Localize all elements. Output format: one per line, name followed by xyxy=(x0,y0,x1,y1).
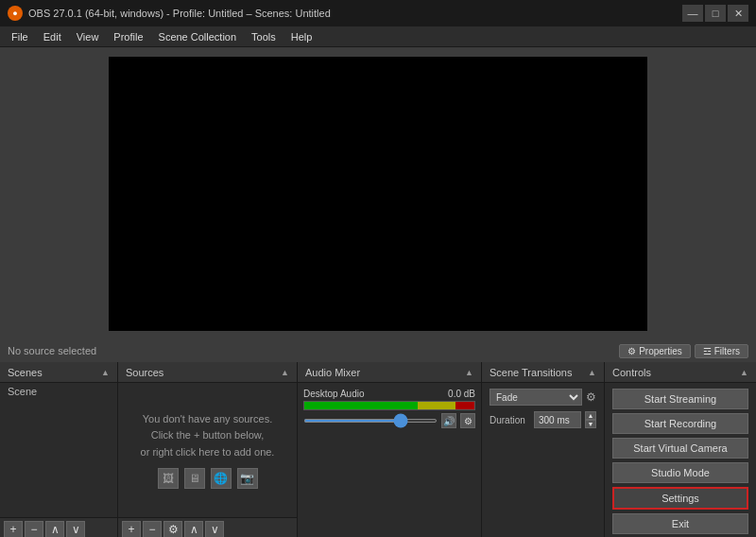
sources-panel-content[interactable]: You don't have any sources.Click the + b… xyxy=(118,383,297,517)
audio-track-label: Desktop Audio xyxy=(303,389,365,399)
bottom-section: Scenes ▲ Scene + − ∧ ∨ Sources ▲ xyxy=(0,362,756,537)
menu-tools[interactable]: Tools xyxy=(244,26,284,46)
meter-yellow xyxy=(418,402,455,409)
app-icon: ● xyxy=(8,6,23,21)
audio-mixer-content: Desktop Audio 0.0 dB 🔊 xyxy=(298,383,481,537)
scenes-panel: Scenes ▲ Scene + − ∧ ∨ xyxy=(0,362,118,537)
scene-transitions-label: Scene Transitions xyxy=(490,367,572,378)
controls-header-label: Controls xyxy=(612,367,651,378)
filters-icon: ☲ xyxy=(703,346,712,356)
menu-profile[interactable]: Profile xyxy=(106,26,150,46)
source-type-icons: 🖼 🖥 🌐 📷 xyxy=(158,468,258,489)
sources-settings-button[interactable]: ⚙ xyxy=(163,521,182,538)
exit-button[interactable]: Exit xyxy=(612,513,748,534)
audio-meter-bg xyxy=(304,402,474,409)
scene-transitions-content: Fade Cut Swipe ⚙ Duration ▲ ▼ xyxy=(482,383,604,537)
scenes-down-button[interactable]: ∨ xyxy=(66,521,85,538)
menu-file[interactable]: File xyxy=(4,26,36,46)
transition-type-select[interactable]: Fade Cut Swipe xyxy=(490,389,582,406)
audio-expand-icon: ▲ xyxy=(465,368,473,377)
preview-area xyxy=(0,47,756,339)
studio-mode-button[interactable]: Studio Mode xyxy=(612,462,748,483)
scenes-up-button[interactable]: ∧ xyxy=(45,521,64,538)
audio-meter xyxy=(303,401,475,410)
menu-scene-collection[interactable]: Scene Collection xyxy=(151,26,245,46)
transitions-expand-icon: ▲ xyxy=(588,368,596,377)
transition-type-row: Fade Cut Swipe ⚙ xyxy=(490,389,596,406)
audio-controls: 🔊 ⚙ xyxy=(303,413,475,428)
audio-mute-button[interactable]: 🔊 xyxy=(441,413,456,428)
transition-duration-row: Duration ▲ ▼ xyxy=(490,411,596,428)
menu-help[interactable]: Help xyxy=(284,26,320,46)
window-controls[interactable]: — □ ✕ xyxy=(682,5,748,22)
audio-mixer-label: Audio Mixer xyxy=(305,367,360,378)
sources-panel: Sources ▲ You don't have any sources.Cli… xyxy=(118,362,298,537)
source-icon-image: 🖼 xyxy=(158,468,179,489)
audio-track: Desktop Audio 0.0 dB 🔊 xyxy=(303,389,475,428)
scenes-toolbar: + − ∧ ∨ xyxy=(0,517,117,537)
audio-volume-slider[interactable] xyxy=(303,419,438,423)
scenes-add-button[interactable]: + xyxy=(4,521,23,538)
menu-edit[interactable]: Edit xyxy=(36,26,69,46)
source-icon-display: 🖥 xyxy=(184,468,205,489)
titlebar-left: ● OBS 27.0.1 (64-bit, windows) - Profile… xyxy=(8,6,331,21)
main-area: No source selected ⚙ Properties ☲ Filter… xyxy=(0,47,756,537)
controls-panel: Controls ▲ Start Streaming Start Recordi… xyxy=(605,362,756,537)
audio-mixer-panel: Audio Mixer ▲ Desktop Audio 0.0 dB xyxy=(298,362,482,537)
start-streaming-button[interactable]: Start Streaming xyxy=(612,389,748,409)
duration-label: Duration xyxy=(490,415,530,425)
menu-view[interactable]: View xyxy=(69,26,107,46)
scene-transitions-panel: Scene Transitions ▲ Fade Cut Swipe ⚙ Dur… xyxy=(482,362,605,537)
source-icon-browser: 🌐 xyxy=(211,468,232,489)
scene-transitions-header: Scene Transitions ▲ xyxy=(482,362,604,383)
no-source-label: No source selected xyxy=(8,345,96,356)
meter-red xyxy=(455,402,474,409)
filters-label: Filters xyxy=(714,346,740,356)
audio-settings-button[interactable]: ⚙ xyxy=(460,413,475,428)
meter-green xyxy=(304,402,418,409)
scenes-remove-button[interactable]: − xyxy=(25,521,43,538)
duration-up-button[interactable]: ▲ xyxy=(585,411,596,420)
preview-canvas xyxy=(109,57,647,331)
scenes-panel-header: Scenes ▲ xyxy=(0,362,117,383)
controls-panel-content: Start Streaming Start Recording Start Vi… xyxy=(605,383,756,537)
sources-empty-text: You don't have any sources.Click the + b… xyxy=(141,411,275,461)
filter-buttons: ⚙ Properties ☲ Filters xyxy=(619,344,748,358)
titlebar-title: OBS 27.0.1 (64-bit, windows) - Profile: … xyxy=(28,8,331,19)
properties-label: Properties xyxy=(639,346,682,356)
duration-spinner: ▲ ▼ xyxy=(585,411,596,428)
duration-down-button[interactable]: ▼ xyxy=(585,420,596,428)
start-virtual-camera-button[interactable]: Start Virtual Camera xyxy=(612,438,748,459)
titlebar: ● OBS 27.0.1 (64-bit, windows) - Profile… xyxy=(0,0,756,26)
sources-add-button[interactable]: + xyxy=(122,521,141,538)
close-button[interactable]: ✕ xyxy=(728,5,748,22)
scenes-header-label: Scenes xyxy=(8,367,43,378)
settings-button[interactable]: Settings xyxy=(612,487,748,510)
no-source-bar: No source selected ⚙ Properties ☲ Filter… xyxy=(0,339,756,362)
source-icon-camera: 📷 xyxy=(237,468,258,489)
sources-expand-icon: ▲ xyxy=(281,368,289,377)
properties-button[interactable]: ⚙ Properties xyxy=(619,344,691,358)
sources-down-button[interactable]: ∨ xyxy=(205,521,224,538)
scene-item[interactable]: Scene xyxy=(4,385,113,398)
transition-settings-button[interactable]: ⚙ xyxy=(586,390,596,404)
minimize-button[interactable]: — xyxy=(682,5,703,22)
panels-row: Scenes ▲ Scene + − ∧ ∨ Sources ▲ xyxy=(0,362,756,537)
menubar: File Edit View Profile Scene Collection … xyxy=(0,26,756,47)
scenes-expand-icon: ▲ xyxy=(101,368,110,377)
maximize-button[interactable]: □ xyxy=(705,5,726,22)
filters-button[interactable]: ☲ Filters xyxy=(695,344,748,358)
scenes-panel-content: Scene xyxy=(0,383,117,517)
duration-input[interactable] xyxy=(534,411,581,428)
audio-db-value: 0.0 dB xyxy=(448,389,475,399)
sources-toolbar: + − ⚙ ∧ ∨ xyxy=(118,517,297,537)
audio-track-name: Desktop Audio 0.0 dB xyxy=(303,389,475,399)
sources-up-button[interactable]: ∧ xyxy=(184,521,203,538)
controls-panel-header: Controls ▲ xyxy=(605,362,756,383)
start-recording-button[interactable]: Start Recording xyxy=(612,413,748,434)
sources-panel-header: Sources ▲ xyxy=(118,362,297,383)
sources-remove-button[interactable]: − xyxy=(143,521,162,538)
audio-mixer-header: Audio Mixer ▲ xyxy=(298,362,481,383)
sources-header-label: Sources xyxy=(126,367,163,378)
controls-expand-icon: ▲ xyxy=(740,368,748,377)
